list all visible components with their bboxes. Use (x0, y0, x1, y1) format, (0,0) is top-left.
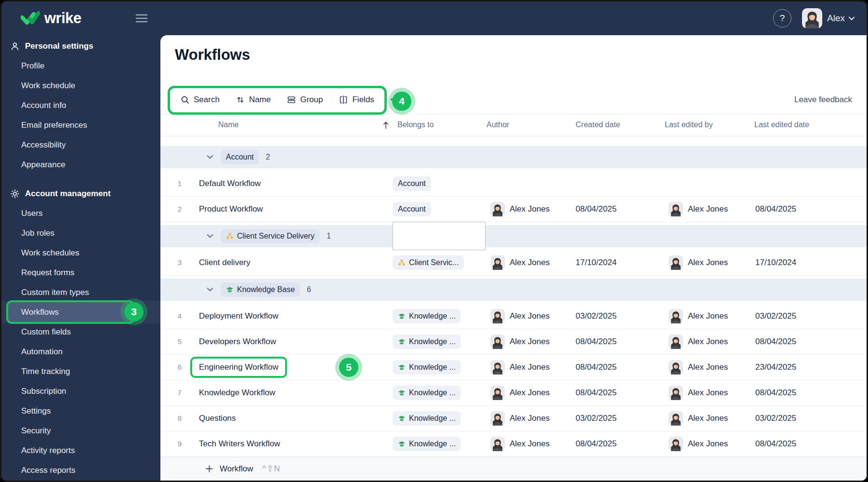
column-header-last-edited-by[interactable]: Last edited by (664, 120, 752, 129)
table-row[interactable]: 3 Client delivery Client Servic... Alex … (160, 250, 867, 276)
table-row[interactable]: 2 Product Workflow Account Alex Jones 08… (160, 197, 867, 222)
org-chart-icon (398, 259, 406, 267)
group-row-account[interactable]: Account 2 (160, 146, 867, 168)
row-number: 5 (160, 337, 199, 346)
chevron-down-icon[interactable] (848, 16, 855, 21)
sidebar-item-settings[interactable]: Settings (1, 401, 160, 421)
sidebar-item-accessibility[interactable]: Accessibility (1, 135, 160, 155)
avatar (669, 335, 683, 349)
ellipsis-icon: ••• (391, 96, 400, 103)
group-icon (287, 95, 296, 104)
table-row[interactable]: 4 Deployment Workflow Knowledge ... Alex… (160, 304, 867, 329)
add-workflow-button[interactable]: Workflow ^⇧N (160, 457, 867, 481)
created-date: 03/02/2025 (572, 311, 664, 321)
sidebar-item-activity-reports[interactable]: Activity reports (1, 441, 160, 460)
sidebar-item-time-tracking[interactable]: Time tracking (1, 362, 160, 381)
column-header-belongs-to[interactable]: Belongs to (393, 120, 486, 129)
group-count: 1 (327, 232, 331, 241)
avatar (490, 309, 505, 323)
chevron-down-icon[interactable] (207, 155, 213, 160)
workflow-name[interactable]: Default Workflow (199, 179, 393, 188)
sort-button[interactable]: Name (236, 95, 271, 105)
group-pill: Client Service Delivery (221, 229, 320, 243)
workflow-name[interactable]: Engineering Workflow (199, 357, 393, 378)
user-menu[interactable]: Alex (827, 13, 845, 24)
leave-feedback-link[interactable]: Leave feedback (794, 95, 852, 105)
belongs-to-pill: Knowledge ... (393, 335, 461, 349)
sidebar-item-users[interactable]: Users (1, 203, 160, 223)
group-count: 2 (266, 153, 270, 161)
last-edited-date: 03/02/2025 (752, 414, 867, 423)
sidebar-item-work-schedules[interactable]: Work schedules (1, 243, 160, 263)
sidebar-item-security[interactable]: Security (1, 421, 160, 441)
sidebar-item-subscription[interactable]: Subscription (1, 381, 160, 401)
wrike-logo[interactable]: wrike (21, 10, 81, 27)
belongs-to-pill: Knowledge ... (393, 360, 461, 375)
workflows-page: Workflows Search (160, 35, 867, 481)
created-date: 08/04/2025 (572, 362, 664, 372)
avatar[interactable] (802, 8, 822, 28)
table-row[interactable]: 6 Engineering Workflow Knowledge ... Ale… (160, 355, 867, 380)
graduation-cap-icon (398, 338, 406, 346)
sidebar-item-email-preferences[interactable]: Email preferences (1, 115, 160, 135)
chevron-down-icon[interactable] (207, 287, 213, 292)
workflow-name[interactable]: Questions (199, 414, 393, 423)
column-header-created-date[interactable]: Created date (572, 120, 664, 129)
group-row-knowledge-base[interactable]: Knowledge Base 6 (160, 279, 867, 301)
workflow-name[interactable]: Client delivery (199, 258, 393, 268)
table-row[interactable]: 8 Questions Knowledge ... Alex Jones 03/… (160, 406, 867, 431)
selected-cell-outline (393, 222, 486, 250)
workflow-name[interactable]: Tech Writers Workflow (199, 439, 393, 449)
column-header-name[interactable]: Name (199, 120, 393, 129)
sidebar-item-access-reports[interactable]: Access reports (1, 460, 160, 480)
table-row[interactable]: 1 Default Workflow Account (160, 171, 867, 197)
row-number: 9 (160, 440, 199, 448)
workflow-name[interactable]: Developers Workflow (199, 337, 393, 347)
search-icon (181, 95, 189, 104)
wrike-logo-icon (21, 11, 40, 26)
group-button[interactable]: Group (287, 95, 323, 105)
column-header-author[interactable]: Author (486, 120, 572, 129)
created-date: 08/04/2025 (572, 204, 664, 214)
workflow-name[interactable]: Deployment Workflow (199, 311, 393, 321)
workflow-name[interactable]: Product Workflow (199, 204, 393, 214)
search-button[interactable]: Search (181, 95, 220, 105)
table-toolbar: Search Name (181, 95, 400, 105)
avatar (490, 437, 505, 451)
sidebar-item-profile[interactable]: Profile (1, 56, 160, 76)
section-account-management: Account management (1, 184, 160, 203)
avatar (490, 202, 505, 216)
belongs-to-pill: Knowledge ... (393, 411, 461, 426)
arrow-up-icon[interactable] (383, 121, 389, 129)
chevron-down-icon[interactable] (207, 234, 213, 239)
sidebar-item-job-roles[interactable]: Job roles (1, 223, 160, 243)
avatar (490, 386, 505, 400)
sidebar-item-appearance[interactable]: Appearance (1, 155, 160, 174)
gear-icon (10, 189, 20, 199)
belongs-to-pill: Knowledge ... (393, 437, 461, 451)
more-options-button[interactable]: ••• (391, 96, 400, 103)
top-bar: wrike ? Alex (1, 1, 867, 35)
avatar (490, 335, 505, 349)
sidebar-item-account-info[interactable]: Account info (1, 95, 160, 115)
column-header-last-edited-date[interactable]: Last edited date (752, 120, 867, 129)
section-personal-settings: Personal settings (1, 36, 160, 56)
sidebar-item-automation[interactable]: Automation (1, 342, 160, 362)
last-edited-date: 17/10/2024 (752, 258, 867, 268)
created-date: 08/04/2025 (572, 388, 664, 398)
avatar (669, 411, 683, 426)
table-row[interactable]: 7 Knowledge Workflow Knowledge ... Alex … (160, 380, 867, 406)
table-row[interactable]: 9 Tech Writers Workflow Knowledge ... Al… (160, 431, 867, 457)
avatar (669, 386, 683, 400)
help-icon[interactable]: ? (773, 9, 791, 27)
workflow-name[interactable]: Knowledge Workflow (199, 388, 393, 398)
sidebar-item-workflows[interactable]: Workflows 3 (1, 302, 160, 322)
sidebar-item-request-forms[interactable]: Request forms (1, 263, 160, 282)
last-edited-date: 08/04/2025 (752, 388, 867, 398)
table-row[interactable]: 5 Developers Workflow Knowledge ... Alex… (160, 329, 867, 355)
settings-sidebar: Personal settings Profile Work schedule … (1, 35, 160, 481)
group-row-client-service-delivery[interactable]: Client Service Delivery 1 (160, 225, 867, 247)
hamburger-icon[interactable] (135, 13, 148, 23)
fields-button[interactable]: Fields (339, 95, 374, 105)
sidebar-item-work-schedule[interactable]: Work schedule (1, 76, 160, 95)
